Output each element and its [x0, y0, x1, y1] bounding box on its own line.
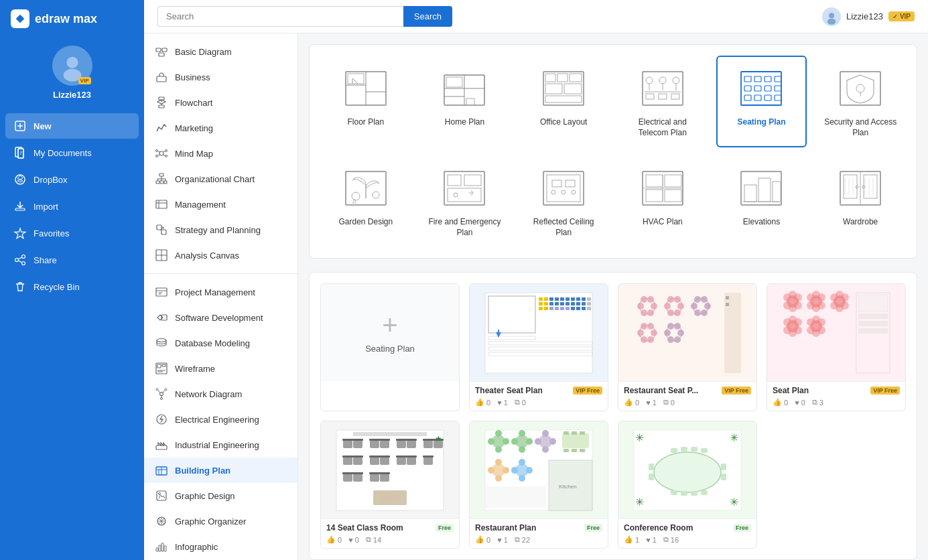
sidebar-item-import[interactable]: Import: [5, 194, 139, 219]
svg-rect-107: [744, 185, 756, 202]
svg-rect-83: [775, 95, 781, 100]
svg-rect-248: [423, 439, 434, 441]
category-item-org-chart[interactable]: Organizational Chart: [144, 166, 297, 192]
svg-rect-135: [576, 302, 580, 305]
item-footer-restaurant-seat: Restaurant Seat P... VIP Free 👍 0 ♥ 1 ⧉ …: [618, 381, 756, 411]
svg-point-67: [673, 77, 679, 84]
share-icon: [13, 253, 27, 267]
svg-rect-244: [396, 439, 407, 441]
item-footer-restaurant-plan: Restaurant Plan Free 👍 0 ♥ 1 ⧉ 22: [470, 518, 608, 548]
svg-rect-257: [380, 457, 389, 465]
category-item-network[interactable]: Network Diagram: [144, 381, 297, 407]
svg-point-212: [830, 301, 838, 309]
header-user: Lizzie123 ✓ VIP: [822, 7, 915, 26]
item-card-new-seating[interactable]: + Seating Plan: [320, 283, 460, 411]
category-label: Organizational Chart: [175, 174, 255, 184]
template-card-fire-emergency[interactable]: Fire and Emergency Plan: [419, 155, 511, 247]
category-item-flowchart[interactable]: Flowchart: [144, 90, 297, 115]
template-card-wardrobe[interactable]: Wardrobe: [815, 155, 906, 247]
svg-rect-322: [691, 491, 698, 496]
template-card-home-plan[interactable]: Home Plan: [419, 56, 511, 147]
category-item-infographic[interactable]: Infographic: [144, 534, 297, 559]
category-item-industrial[interactable]: Industrial Engineering: [144, 432, 297, 458]
office-layout-icon: [537, 65, 590, 112]
svg-rect-134: [571, 302, 575, 305]
category-item-business[interactable]: Business: [144, 64, 297, 90]
svg-point-185: [677, 330, 684, 336]
category-item-graphic-organizer[interactable]: Graphic Organizer: [144, 508, 297, 534]
svg-rect-318: [691, 447, 698, 451]
category-item-management[interactable]: Management: [144, 192, 297, 217]
template-card-garden-design[interactable]: Garden Design: [320, 155, 411, 247]
svg-rect-82: [765, 95, 771, 100]
category-item-basic-diagram[interactable]: Basic Diagram: [144, 39, 297, 64]
template-card-security-access[interactable]: Security and Access Plan: [815, 56, 906, 147]
item-title-row-conference: Conference Room Free: [624, 523, 751, 533]
svg-rect-270: [369, 472, 380, 474]
electrical-icon: [155, 413, 168, 426]
sidebar-item-dropbox[interactable]: DropBox: [5, 167, 139, 192]
category-item-building-plan[interactable]: Building Plan: [144, 458, 297, 483]
item-card-conference-room[interactable]: ✳ ✳ ✳ ✳ Conference Room Free: [618, 421, 757, 549]
sidebar-navigation: New My Documents DropBox: [0, 111, 144, 302]
item-card-theater-seat-plan[interactable]: Theater Seat Plan VIP Free 👍 0 ♥ 1 ⧉ 0: [469, 283, 608, 411]
template-label-garden-design: Garden Design: [338, 217, 393, 228]
item-card-restaurant-seat-plan[interactable]: Restaurant Seat P... VIP Free 👍 0 ♥ 1 ⧉ …: [618, 283, 757, 411]
sidebar-item-new[interactable]: New: [5, 113, 139, 139]
svg-rect-16: [159, 53, 164, 56]
template-card-elevations[interactable]: Elevations: [716, 155, 807, 247]
item-card-14-seat-classroom[interactable]: ★ 14 Seat Class Room Free 👍 0 ♥ 0: [320, 421, 460, 549]
category-sidebar: Basic Diagram Business: [144, 33, 298, 560]
item-preview-theater: [470, 284, 608, 381]
category-item-wireframe[interactable]: Wireframe: [144, 356, 297, 381]
category-item-analysis[interactable]: Analysis Canvas: [144, 242, 297, 268]
svg-rect-255: [370, 457, 379, 465]
main-panel: Floor Plan Home Plan: [298, 33, 928, 560]
svg-rect-252: [342, 456, 353, 458]
item-preview-classroom: ★: [321, 421, 459, 518]
item-title-restaurant-seat: Restaurant Seat P...: [624, 386, 698, 395]
svg-text:★: ★: [435, 434, 442, 443]
search-input[interactable]: [157, 6, 403, 27]
search-button[interactable]: Search: [403, 6, 452, 27]
sidebar-item-favorites[interactable]: Favorites: [5, 220, 139, 246]
template-label-hvac: HVAC Plan: [643, 217, 683, 228]
category-item-project-mgmt[interactable]: Project Management: [144, 279, 297, 305]
sidebar-item-my-documents[interactable]: My Documents: [5, 140, 139, 165]
category-item-database[interactable]: Database Modeling: [144, 330, 297, 356]
svg-point-202: [817, 293, 825, 301]
svg-rect-327: [721, 474, 726, 480]
item-title-theater: Theater Seat Plan: [475, 386, 543, 395]
sidebar-item-share[interactable]: Share: [5, 247, 139, 273]
category-label: Management: [175, 200, 226, 210]
category-item-marketing[interactable]: Marketing: [144, 115, 297, 141]
svg-rect-26: [156, 181, 159, 184]
svg-rect-324: [649, 464, 654, 470]
svg-rect-53: [348, 74, 364, 84]
template-card-reflected-ceiling[interactable]: Reflected Ceiling Plan: [518, 155, 609, 247]
svg-rect-58: [545, 74, 555, 82]
category-item-graphic-design[interactable]: Graphic Design: [144, 483, 297, 508]
svg-point-308: [526, 467, 533, 474]
svg-rect-77: [754, 86, 761, 91]
svg-rect-120: [549, 297, 553, 301]
item-card-restaurant-plan[interactable]: Kitchen Restaurant Plan Free 👍: [469, 421, 608, 549]
template-card-hvac[interactable]: HVAC Plan: [617, 155, 708, 247]
svg-rect-145: [576, 307, 580, 310]
svg-rect-91: [464, 175, 481, 186]
svg-point-11: [15, 259, 19, 262]
template-card-floor-plan[interactable]: Floor Plan: [320, 56, 411, 147]
svg-rect-0: [17, 16, 22, 21]
category-item-mind-map[interactable]: Mind Map: [144, 141, 297, 166]
category-item-software-dev[interactable]: Software Development: [144, 305, 297, 330]
category-item-strategy[interactable]: Strategy and Planning: [144, 217, 297, 242]
template-card-office-layout[interactable]: Office Layout: [518, 56, 609, 147]
template-card-electrical-telecom[interactable]: Electrical and Telecom Plan: [617, 56, 708, 147]
category-item-electrical[interactable]: Electrical Engineering: [144, 407, 297, 432]
item-card-seat-plan[interactable]: Seat Plan VIP Free 👍 0 ♥ 0 ⧉ 3: [767, 283, 906, 411]
sidebar-item-recycle-bin[interactable]: Recycle Bin: [5, 274, 139, 299]
sidebar-item-label-import: Import: [34, 202, 58, 212]
svg-point-65: [646, 77, 653, 84]
svg-rect-75: [775, 76, 781, 82]
template-card-seating-plan[interactable]: Seating Plan: [716, 56, 807, 147]
